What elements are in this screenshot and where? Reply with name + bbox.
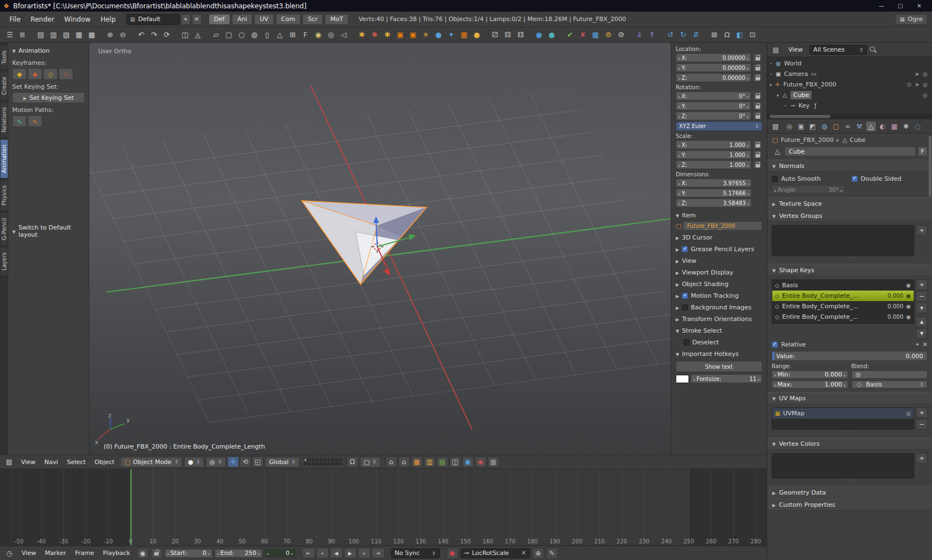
lock-rotation-button[interactable] bbox=[753, 101, 762, 110]
dimension-field[interactable]: Z: 3.58483 bbox=[676, 198, 752, 207]
translate-manipulator-button[interactable]: ✛ bbox=[227, 456, 239, 467]
double-sided-checkbox[interactable] bbox=[852, 176, 858, 182]
workspace-tab[interactable]: UV bbox=[254, 14, 274, 25]
sidebar-panel-header[interactable]: Motion Tracking bbox=[676, 290, 762, 302]
render-layers-tab[interactable]: ▣ bbox=[796, 121, 807, 132]
rotate-cw-icon[interactable]: ↻ bbox=[677, 29, 690, 41]
material-tab[interactable]: ◐ bbox=[877, 121, 888, 132]
decrement-arrow-icon[interactable] bbox=[678, 65, 680, 71]
increment-arrow-icon[interactable] bbox=[747, 55, 749, 61]
particles-tab[interactable]: ✱ bbox=[900, 121, 911, 132]
increment-arrow-icon[interactable] bbox=[747, 93, 749, 99]
lock-location-button[interactable] bbox=[753, 53, 762, 62]
shape-keys-panel-header[interactable]: Shape Keys bbox=[767, 264, 932, 276]
move-up-icon[interactable]: ⇑ bbox=[646, 29, 659, 41]
decrement-arrow-icon[interactable] bbox=[678, 190, 680, 196]
force-field-icon[interactable]: ✦ bbox=[445, 29, 458, 41]
restrict-render-icon[interactable]: ◎ bbox=[923, 82, 928, 88]
increment-arrow-icon[interactable] bbox=[747, 162, 749, 168]
scale-field[interactable]: X: 1.000 bbox=[676, 140, 751, 149]
current-frame-field[interactable]: 0 bbox=[265, 549, 296, 558]
sidebar-toggle-icon[interactable]: ☰ bbox=[3, 29, 16, 41]
shelf-tab[interactable]: Tools bbox=[0, 45, 8, 70]
layer-toggle[interactable] bbox=[320, 459, 322, 461]
rotation-field[interactable]: Y: 0° bbox=[676, 101, 751, 110]
jump-to-end-button[interactable]: ⇥ bbox=[372, 548, 384, 558]
editor-type-button[interactable]: ◷ bbox=[3, 548, 15, 559]
pivot-point-dropdown[interactable]: ◎ bbox=[206, 457, 226, 467]
parent-icon[interactable]: ▣ bbox=[462, 456, 474, 467]
display-mode-dropdown[interactable]: All Scenes bbox=[809, 45, 867, 55]
link-icon[interactable]: ⊕ bbox=[104, 29, 116, 41]
panel-checkbox[interactable] bbox=[682, 293, 688, 299]
mesh-cone-icon[interactable]: △ bbox=[273, 29, 286, 41]
checker-deselect-icon[interactable]: ▦ bbox=[589, 29, 602, 41]
restrict-select-icon[interactable]: ➤ bbox=[915, 82, 919, 88]
shape-key-specials-button[interactable]: ▾ bbox=[916, 303, 928, 313]
location-field[interactable]: Y: 0.00000 bbox=[676, 63, 751, 72]
decrement-arrow-icon[interactable] bbox=[678, 103, 680, 109]
mesh-cube-icon[interactable]: ▢ bbox=[222, 29, 235, 41]
layer-toggle[interactable] bbox=[323, 459, 326, 461]
decrement-arrow-icon[interactable] bbox=[678, 152, 680, 158]
increment-arrow-icon[interactable] bbox=[747, 180, 749, 186]
layer-toggle[interactable] bbox=[308, 462, 311, 465]
increment-arrow-icon[interactable] bbox=[747, 152, 749, 158]
transform-orientation-dropdown[interactable]: Global bbox=[265, 457, 300, 467]
search-icon[interactable] bbox=[869, 46, 877, 53]
paste-pose-icon[interactable]: ⌂ bbox=[398, 456, 410, 467]
clear-keyframes-icon[interactable]: ◇ bbox=[59, 68, 73, 80]
expand-caret-icon[interactable] bbox=[777, 91, 779, 99]
layer-toggle[interactable] bbox=[304, 459, 307, 461]
increment-arrow-icon[interactable] bbox=[758, 376, 760, 382]
list-resize-grip[interactable]: ⋯ bbox=[772, 256, 928, 261]
animation-panel-header[interactable]: Animation bbox=[12, 45, 85, 56]
outliner-row-world[interactable]: ◍ World bbox=[769, 58, 930, 69]
outliner-row-shapekeys[interactable]: ⊸ Key ƒ bbox=[769, 100, 930, 111]
set-keying-set-button[interactable]: Set Keying Set bbox=[12, 92, 85, 103]
browse-mesh-icon[interactable]: △ bbox=[772, 146, 783, 157]
start-frame-field[interactable]: Start: 0 bbox=[165, 549, 212, 558]
decrement-arrow-icon[interactable] bbox=[678, 142, 680, 148]
timeline-menu-item[interactable]: Playback bbox=[98, 548, 134, 558]
object-name-field[interactable]: Future_FBX_2000 bbox=[683, 221, 762, 231]
layer-toggle[interactable] bbox=[335, 459, 338, 461]
sidebar-panel-header[interactable]: Transform Orientations bbox=[676, 313, 762, 325]
fontsize-field[interactable]: Fontsize: 11 bbox=[691, 374, 762, 383]
workspace-tab[interactable]: Scr bbox=[302, 14, 323, 25]
close-button[interactable]: ✕ bbox=[910, 0, 929, 12]
duplicate-icon[interactable]: ◫ bbox=[449, 456, 461, 467]
insert-keyframe-menu-icon[interactable]: ◇ bbox=[43, 68, 58, 80]
menubar-item[interactable]: Help bbox=[95, 14, 120, 25]
decrement-arrow-icon[interactable] bbox=[267, 549, 269, 557]
layer-toggle[interactable] bbox=[331, 462, 334, 465]
switch-layout-panel-header[interactable]: Switch to Default layout bbox=[12, 226, 85, 237]
current-frame-playhead[interactable] bbox=[130, 469, 131, 546]
jump-to-start-button[interactable]: ⇤ bbox=[302, 548, 315, 558]
rotate-manipulator-button[interactable]: ⟲ bbox=[240, 456, 251, 467]
deselect-checkbox[interactable] bbox=[683, 339, 690, 345]
layer-toggle[interactable] bbox=[339, 459, 342, 461]
add-layout-button[interactable]: + bbox=[181, 14, 191, 25]
dimension-field[interactable]: Y: 5.17666 bbox=[676, 189, 752, 197]
outliner-view-menu[interactable]: View bbox=[784, 44, 807, 55]
open-file-icon[interactable]: ▥ bbox=[47, 29, 60, 41]
lock-time-button[interactable] bbox=[151, 548, 163, 559]
add-uv-map-button[interactable]: + bbox=[916, 408, 928, 418]
render-tab[interactable]: ◎ bbox=[784, 121, 795, 132]
sidebar-panel-header[interactable]: View bbox=[676, 255, 762, 267]
range-min-field[interactable]: Min: 0.000 bbox=[772, 370, 848, 379]
editor-type-button[interactable]: ▤ bbox=[770, 121, 781, 132]
lock-location-button[interactable] bbox=[753, 73, 762, 82]
custom-properties-panel-header[interactable]: Custom Properties bbox=[767, 498, 932, 511]
shape-key-value-slider[interactable]: Value: 0.000 bbox=[772, 351, 928, 361]
maximize-area-icon[interactable]: ≣ bbox=[16, 29, 29, 41]
constraints-tab[interactable]: ∞ bbox=[842, 121, 853, 132]
shelf-tab[interactable]: Layers bbox=[0, 247, 8, 276]
lock-location-button[interactable] bbox=[753, 63, 762, 72]
eye-icon[interactable]: ◉ bbox=[906, 303, 911, 309]
3d-viewport[interactable]: User Ortho (0) Future_FBX_2000 : Entire … bbox=[89, 43, 671, 455]
delete-keyframes-button[interactable]: ✎ bbox=[546, 548, 558, 559]
timeline-ruler[interactable]: -50-40-30-20-100102030405060708090100110… bbox=[0, 469, 767, 546]
mesh-name-field[interactable]: Cube bbox=[784, 146, 916, 156]
